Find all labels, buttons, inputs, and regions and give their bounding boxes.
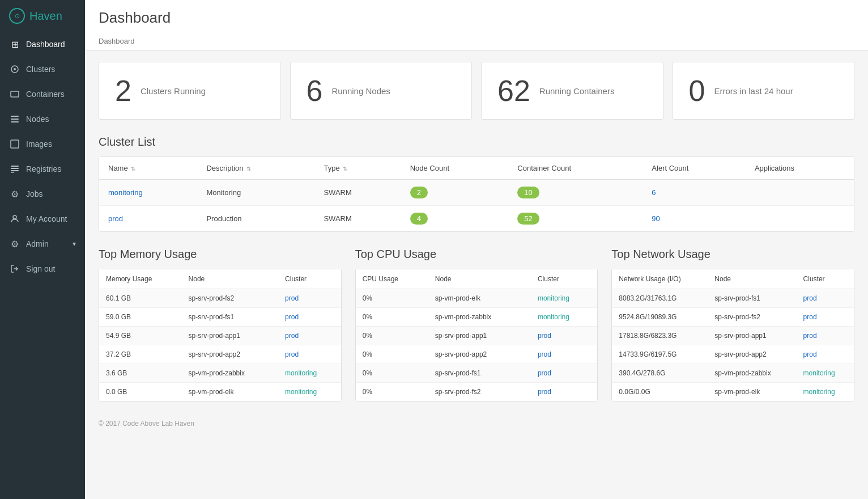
- network-cell: 8083.2G/31763.1G: [612, 289, 708, 308]
- cluster-link[interactable]: prod: [803, 332, 817, 340]
- cluster-cell: monitoring: [531, 289, 597, 308]
- node-cell: sp-srv-prod-app2: [182, 345, 278, 364]
- memory-cell: 54.9 GB: [99, 327, 182, 345]
- cluster-link[interactable]: prod: [538, 388, 551, 396]
- cluster-link[interactable]: prod: [285, 313, 299, 321]
- logo-icon: ⊙: [9, 8, 25, 24]
- sort-icon-desc[interactable]: ⇅: [246, 166, 251, 172]
- cluster-link[interactable]: prod: [803, 313, 817, 321]
- cluster-desc-cell: Monitoring: [197, 180, 314, 206]
- cluster-cell: monitoring: [278, 364, 341, 383]
- col-network-node: Node: [708, 269, 796, 289]
- main-content: Dashboard Dashboard 2 Clusters Running 6…: [85, 0, 868, 499]
- table-row: 17818.8G/6823.3G sp-srv-prod-app1 prod: [612, 327, 854, 345]
- cluster-table-header: Name ⇅ Description ⇅ Type ⇅ Node Count C…: [99, 157, 854, 180]
- table-row: 14733.9G/6197.5G sp-srv-prod-app2 prod: [612, 345, 854, 364]
- cpu-cell: 0%: [356, 327, 428, 345]
- alert-count-link[interactable]: 90: [652, 214, 659, 223]
- jobs-icon: ⚙: [9, 188, 20, 200]
- node-cell: sp-srv-prod-fs1: [182, 308, 278, 327]
- cluster-link[interactable]: monitoring: [285, 388, 317, 396]
- sidebar-item-images[interactable]: Images: [0, 132, 85, 157]
- cluster-link[interactable]: prod: [538, 332, 551, 340]
- sidebar-item-registries[interactable]: Registries: [0, 157, 85, 181]
- cluster-link[interactable]: prod: [803, 294, 817, 302]
- cluster-name-link[interactable]: monitoring: [108, 188, 143, 197]
- col-network-usage: Network Usage (I/O): [612, 269, 708, 289]
- sort-icon-name[interactable]: ⇅: [131, 166, 135, 172]
- stat-label-nodes: Running Nodes: [331, 86, 390, 96]
- cluster-link[interactable]: monitoring: [538, 313, 569, 321]
- svg-rect-7: [11, 166, 19, 167]
- page-title: Dashboard: [99, 9, 854, 27]
- node-cell: sp-srv-prod-app2: [708, 345, 796, 364]
- cluster-cell: prod: [797, 308, 854, 327]
- cluster-link[interactable]: monitoring: [285, 369, 317, 377]
- sidebar-item-my-account[interactable]: My Account: [0, 206, 85, 231]
- network-cell: 14733.9G/6197.5G: [612, 345, 708, 364]
- node-cell: sp-vm-prod-zabbix: [182, 364, 278, 383]
- node-count-badge: 4: [410, 213, 428, 225]
- cluster-link[interactable]: prod: [285, 350, 299, 358]
- cpu-cell: 0%: [356, 289, 428, 308]
- col-network-cluster: Cluster: [797, 269, 854, 289]
- node-cell: sp-vm-prod-elk: [182, 383, 278, 401]
- cluster-table-body: monitoring Monitoring SWARM 2 10 6 prod …: [99, 180, 854, 232]
- memory-usage-title: Top Memory Usage: [99, 248, 342, 261]
- sidebar-item-label: Containers: [26, 90, 65, 99]
- clusters-icon: [9, 64, 20, 75]
- cluster-applications-cell: [746, 180, 854, 206]
- cluster-link[interactable]: prod: [538, 350, 551, 358]
- node-cell: sp-vm-prod-zabbix: [708, 364, 796, 383]
- sidebar-item-nodes[interactable]: Nodes: [0, 107, 85, 132]
- cluster-link[interactable]: monitoring: [803, 388, 835, 396]
- app-logo[interactable]: ⊙ Haven: [0, 0, 85, 32]
- cpu-table-header: CPU Usage Node Cluster: [356, 269, 598, 289]
- sidebar-item-containers[interactable]: Containers: [0, 82, 85, 107]
- cluster-cell: prod: [278, 308, 341, 327]
- cluster-cell: monitoring: [531, 308, 597, 327]
- sidebar-item-admin[interactable]: ⚙ Admin ▾: [0, 231, 85, 256]
- cluster-link[interactable]: monitoring: [803, 369, 835, 377]
- cluster-cell: prod: [531, 345, 597, 364]
- svg-rect-9: [11, 170, 19, 171]
- node-cell: sp-srv-prod-app2: [428, 345, 531, 364]
- cluster-link[interactable]: prod: [285, 332, 299, 340]
- sidebar-item-jobs[interactable]: ⚙ Jobs: [0, 181, 85, 206]
- stat-card-errors: 0 Errors in last 24 hour: [673, 62, 855, 120]
- breadcrumb: Dashboard: [99, 32, 854, 50]
- cluster-table: Name ⇅ Description ⇅ Type ⇅ Node Count C…: [99, 157, 854, 231]
- network-cell: 390.4G/278.6G: [612, 364, 708, 383]
- col-description: Description ⇅: [197, 157, 314, 180]
- cpu-table: CPU Usage Node Cluster 0% sp-vm-prod-elk…: [356, 269, 598, 401]
- sidebar-item-dashboard[interactable]: ⊞ Dashboard: [0, 32, 85, 57]
- cluster-link[interactable]: prod: [538, 369, 551, 377]
- cluster-link[interactable]: monitoring: [538, 294, 569, 302]
- cluster-link[interactable]: prod: [285, 294, 299, 302]
- cluster-link[interactable]: prod: [803, 350, 817, 358]
- node-cell: sp-vm-prod-elk: [708, 383, 796, 401]
- node-cell: sp-vm-prod-elk: [428, 289, 531, 308]
- cluster-alert-count-cell: 90: [643, 206, 746, 232]
- cluster-container-count-cell: 10: [508, 180, 643, 206]
- col-memory-cluster: Cluster: [278, 269, 341, 289]
- sidebar-item-sign-out[interactable]: Sign out: [0, 256, 85, 281]
- col-cpu-usage: CPU Usage: [356, 269, 428, 289]
- memory-table-header: Memory Usage Node Cluster: [99, 269, 341, 289]
- cluster-name-cell: monitoring: [99, 180, 197, 206]
- stat-number-containers: 62: [497, 76, 530, 105]
- sort-icon-type[interactable]: ⇅: [343, 166, 347, 172]
- cluster-cell: prod: [278, 345, 341, 364]
- table-row: 0.0 GB sp-vm-prod-elk monitoring: [99, 383, 341, 401]
- table-row: monitoring Monitoring SWARM 2 10 6: [99, 180, 854, 206]
- memory-cell: 0.0 GB: [99, 383, 182, 401]
- col-cpu-cluster: Cluster: [531, 269, 597, 289]
- svg-rect-8: [11, 168, 19, 169]
- alert-count-link[interactable]: 6: [652, 188, 656, 197]
- sidebar-item-label: Admin: [26, 239, 49, 248]
- cluster-name-link[interactable]: prod: [108, 214, 123, 223]
- sidebar-item-clusters[interactable]: Clusters: [0, 57, 85, 82]
- network-table: Network Usage (I/O) Node Cluster 8083.2G…: [612, 269, 854, 401]
- cpu-usage-card: CPU Usage Node Cluster 0% sp-vm-prod-elk…: [355, 269, 598, 401]
- node-cell: sp-srv-prod-fs2: [708, 308, 796, 327]
